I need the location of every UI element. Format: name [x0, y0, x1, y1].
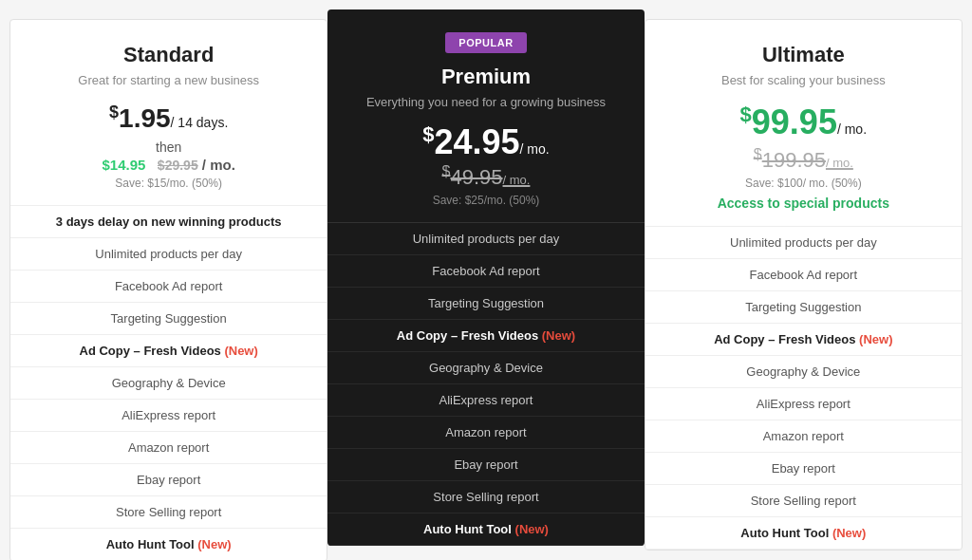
pricing-container: Standard Great for starting a new busine… — [0, 19, 972, 560]
premium-feature-0: Unlimited products per day — [327, 223, 644, 255]
standard-feature-10: Auto Hunt Tool (New) — [10, 529, 327, 560]
ultimate-plan-card: Ultimate Best for scaling your business … — [645, 19, 963, 551]
standard-original-price: $29.95 — [158, 158, 198, 173]
ultimate-save-text: Save: $100/ mo. (50%) — [664, 177, 943, 190]
premium-feature-1: Facebook Ad report — [327, 255, 644, 288]
premium-feature-7: Ebay report — [327, 449, 644, 481]
standard-sale-price: $14.95 — [102, 157, 145, 173]
ultimate-feature-9: Auto Hunt Tool (New) — [645, 517, 962, 550]
ultimate-feature-4: Geography & Device — [645, 356, 962, 388]
standard-feature-9: Store Selling report — [10, 496, 327, 529]
ultimate-feature-8: Store Selling report — [645, 485, 962, 517]
premium-feature-2: Targeting Suggestion — [327, 288, 644, 320]
ultimate-features-list: Unlimited products per day Facebook Ad r… — [645, 227, 962, 550]
standard-feature-8: Ebay report — [10, 464, 327, 496]
standard-features-list: 3 days delay on new winning products Unl… — [10, 206, 327, 560]
premium-price-original: $49.95/ mo. — [346, 163, 625, 190]
standard-trial-price: $1.95/ 14 days. — [29, 103, 308, 134]
ultimate-plan-desc: Best for scaling your business — [664, 73, 943, 87]
premium-features-list: Unlimited products per day Facebook Ad r… — [327, 223, 644, 546]
popular-badge: POPULAR — [445, 32, 526, 53]
standard-feature-3: Targeting Suggestion — [10, 303, 327, 335]
ultimate-feature-7: Ebay report — [645, 453, 962, 485]
premium-feature-3: Ad Copy – Fresh Videos (New) — [327, 320, 644, 352]
ultimate-feature-0: Unlimited products per day — [645, 227, 962, 259]
standard-save-text: Save: $15/mo. (50%) — [29, 177, 308, 190]
premium-feature-8: Store Selling report — [327, 481, 644, 513]
ultimate-feature-3: Ad Copy – Fresh Videos (New) — [645, 324, 962, 356]
standard-feature-1: Unlimited products per day — [10, 238, 327, 271]
premium-plan-name: Premium — [346, 65, 625, 89]
premium-plan-card: POPULAR Premium Everything you need for … — [327, 9, 644, 546]
ultimate-price-green: $99.95/ mo. — [740, 103, 867, 141]
standard-feature-5: Geography & Device — [10, 367, 327, 400]
standard-then-label: then — [29, 140, 308, 155]
standard-feature-2: Facebook Ad report — [10, 271, 327, 303]
standard-plan-header: Standard Great for starting a new busine… — [10, 20, 327, 206]
premium-feature-4: Geography & Device — [327, 352, 644, 384]
premium-feature-9: Auto Hunt Tool (New) — [327, 513, 644, 546]
standard-then-prices: $14.95 $29.95 / mo. — [29, 157, 308, 173]
ultimate-feature-5: AliExpress report — [645, 388, 962, 420]
premium-feature-5: AliExpress report — [327, 384, 644, 417]
premium-price-main: $24.95/ mo. — [346, 124, 625, 159]
standard-period: / mo. — [202, 157, 235, 173]
standard-plan-desc: Great for starting a new business — [29, 73, 308, 87]
standard-feature-7: Amazon report — [10, 432, 327, 464]
ultimate-plan-name: Ultimate — [664, 43, 943, 67]
premium-plan-desc: Everything you need for a growing busine… — [346, 95, 625, 109]
premium-plan-header: POPULAR Premium Everything you need for … — [327, 9, 644, 223]
ultimate-price-original: $199.95/ mo. — [664, 146, 943, 173]
standard-plan-name: Standard — [29, 43, 308, 67]
standard-feature-0: 3 days delay on new winning products — [10, 206, 327, 238]
ultimate-plan-header: Ultimate Best for scaling your business … — [645, 20, 962, 227]
ultimate-feature-2: Targeting Suggestion — [645, 291, 962, 324]
standard-plan-card: Standard Great for starting a new busine… — [9, 19, 327, 560]
standard-feature-4: Ad Copy – Fresh Videos (New) — [10, 335, 327, 367]
ultimate-feature-6: Amazon report — [645, 420, 962, 453]
ultimate-special-access: Access to special products — [664, 196, 943, 211]
ultimate-feature-1: Facebook Ad report — [645, 259, 962, 291]
premium-save-text: Save: $25/mo. (50%) — [346, 194, 625, 207]
standard-feature-6: AliExpress report — [10, 400, 327, 432]
premium-feature-6: Amazon report — [327, 417, 644, 449]
